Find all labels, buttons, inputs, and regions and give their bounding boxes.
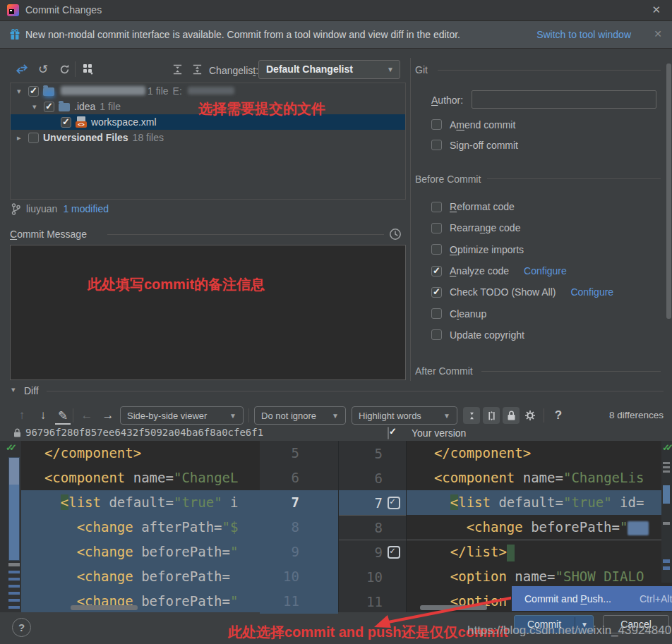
rollback-button[interactable]: ↺ (35, 61, 51, 77)
configure-link-check-todo-show-all[interactable]: Configure (570, 286, 613, 298)
checkbox-reformat-code[interactable] (431, 202, 442, 212)
right-scrollbar-thumb[interactable] (663, 485, 670, 504)
include-change-checkbox-line-7[interactable] (388, 497, 400, 509)
option-amend-commit[interactable]: Amend commit (431, 114, 518, 135)
viewer-mode-value: Side-by-side viewer (127, 411, 207, 421)
right-line-number-8: 8 (339, 515, 406, 540)
option-sign-off-commit[interactable]: Sign-off commit (431, 135, 518, 155)
checkbox-sign-off-commit[interactable] (431, 140, 442, 150)
checkbox-update-copyright[interactable] (431, 329, 442, 340)
code-token: " (230, 544, 238, 559)
checkbox-analyze-code[interactable] (431, 266, 442, 277)
unversioned-checkbox[interactable] (28, 133, 39, 143)
expand-all-button[interactable] (169, 61, 185, 77)
sync-separators-button[interactable] (483, 407, 500, 424)
changelist-combobox[interactable]: Default Changelist ▼ (258, 60, 400, 79)
project-path: E: (173, 85, 182, 97)
diff-settings-button[interactable] (522, 408, 538, 423)
chevron-down-icon[interactable]: ▾ (11, 385, 16, 394)
refresh-button[interactable] (56, 61, 72, 77)
code-token: default (498, 494, 555, 510)
chevron-down-icon[interactable]: ▾ (32, 102, 40, 111)
chevron-down-icon[interactable]: ▾ (17, 87, 24, 96)
next-difference-button[interactable]: ↓ (35, 408, 51, 423)
code-token: = (165, 470, 173, 485)
checkbox-optimize-imports[interactable] (431, 244, 442, 255)
diff-help-button[interactable]: ? (551, 408, 566, 423)
differences-count: 8 differences (609, 410, 664, 420)
whitespace-policy-dropdown[interactable]: Do not ignore ▼ (254, 406, 346, 425)
disable-editing-button[interactable] (503, 407, 520, 424)
option-update-copyright[interactable]: Update copyright (431, 324, 613, 346)
checkbox-amend-commit[interactable] (431, 119, 442, 130)
workspace-checkbox[interactable] (61, 117, 71, 128)
unversioned-count: 18 files (133, 132, 164, 143)
author-input[interactable] (472, 90, 656, 109)
chevron-right-icon[interactable]: ▸ (17, 133, 24, 142)
section-line (438, 70, 661, 71)
checkbox-cleanup[interactable] (431, 308, 442, 319)
include-change-checkbox-line-9[interactable] (388, 546, 400, 559)
diff-section-title[interactable]: Diff (24, 385, 39, 396)
configure-link-analyze-code[interactable]: Configure (524, 265, 567, 277)
commit-and-push-menu-item[interactable]: Commit and Push... Ctrl+Alt+ (512, 586, 672, 611)
next-change-button[interactable]: → (100, 408, 116, 423)
left-horizontal-scrollbar[interactable] (71, 605, 138, 610)
collapse-all-button[interactable] (189, 61, 205, 77)
code-token: i (222, 494, 239, 510)
code-token: <change (28, 569, 141, 584)
workspace-file-name: workspace.xml (91, 116, 157, 128)
stripe-mark (8, 599, 20, 602)
help-button[interactable]: ? (12, 618, 31, 637)
commit-and-push-shortcut: Ctrl+Alt+ (640, 593, 672, 604)
switch-to-tool-window-link[interactable]: Switch to tool window (536, 29, 631, 40)
commit-message-input[interactable] (10, 245, 406, 380)
watermark-text: https://blog.csdn.net/weixin_43924840 (467, 624, 671, 638)
option-optimize-imports[interactable]: Optimize imports (431, 239, 613, 260)
stripe-mark (663, 470, 670, 473)
stripe-mark (663, 466, 670, 468)
left-line-number-7: 7 (260, 490, 338, 515)
code-token: = (166, 494, 174, 510)
code-token: list (68, 494, 109, 510)
before-commit-options: Reformat codeRearrange codeOptimize impo… (431, 196, 613, 346)
project-checkbox[interactable] (28, 86, 39, 97)
message-history-icon[interactable] (389, 228, 402, 241)
idea-checkbox[interactable] (44, 102, 54, 112)
stripe-mark (663, 559, 670, 563)
notification-close-icon[interactable]: ✕ (654, 28, 662, 40)
checkbox-check-todo-show-all[interactable] (431, 287, 442, 298)
option-rearrange-code[interactable]: Rearrange code (431, 217, 613, 238)
left-scrollbar-thumb[interactable] (8, 457, 20, 561)
previous-change-button[interactable]: ← (79, 408, 95, 423)
modified-files-link[interactable]: 1 modified (63, 203, 109, 214)
show-diff-button[interactable] (14, 61, 30, 77)
left-line-number-10: 10 (260, 564, 338, 589)
window-close-icon[interactable]: ✕ (652, 4, 661, 16)
collapse-unchanged-button[interactable] (463, 407, 480, 424)
label-amend-commit: Amend commit (450, 119, 515, 130)
panel-scrollbar[interactable] (666, 63, 671, 319)
right-horizontal-scrollbar[interactable] (420, 605, 487, 610)
option-cleanup[interactable]: Cleanup (431, 303, 613, 324)
viewer-mode-dropdown[interactable]: Side-by-side viewer ▼ (120, 406, 244, 425)
label-check-todo-show-all: Check TODO (Show All) (450, 286, 556, 298)
option-reformat-code[interactable]: Reformat code (431, 196, 613, 217)
group-by-button[interactable] (80, 61, 96, 77)
tree-row-workspace-xml[interactable]: <> workspace.xml (61, 114, 157, 130)
unversioned-label: Unversioned Files (43, 132, 128, 143)
tree-row-idea[interactable]: ▾ .idea 1 file (32, 99, 121, 114)
your-version-checkbox[interactable] (388, 427, 389, 439)
left-error-stripe[interactable]: ✓✓ (0, 441, 21, 612)
highlight-mode-dropdown[interactable]: Highlight words ▼ (352, 406, 457, 425)
checkbox-rearrange-code[interactable] (431, 223, 442, 233)
code-token: = (547, 569, 555, 584)
show-diff-icon (16, 63, 28, 75)
jump-to-source-button[interactable]: ✎ (55, 408, 71, 425)
label-rearrange-code: Rearrange code (450, 222, 520, 233)
option-analyze-code[interactable]: Analyze codeConfigure (431, 260, 613, 281)
previous-difference-button[interactable]: ↑ (14, 408, 30, 423)
tree-row-unversioned[interactable]: ▸ Unversioned Files 18 files (17, 130, 164, 145)
left-code-line-8: <change afterPath="$ (21, 515, 260, 540)
option-check-todo-show-all[interactable]: Check TODO (Show All)Configure (431, 281, 613, 303)
